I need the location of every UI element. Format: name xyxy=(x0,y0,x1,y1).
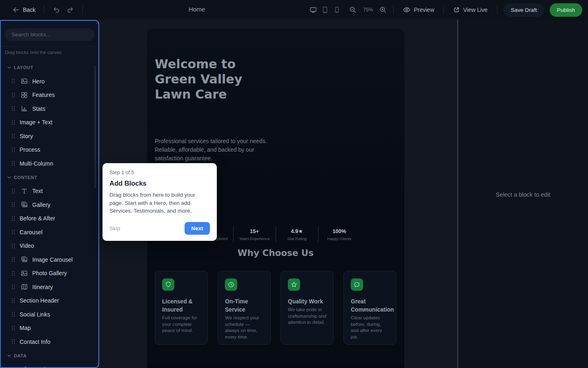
drag-handle-icon[interactable] xyxy=(11,202,15,207)
sidebar-block-features[interactable]: Features xyxy=(1,88,98,102)
toolbar-divider xyxy=(44,5,44,14)
section-header-content[interactable]: CONTENT xyxy=(1,171,98,184)
block-label: Gallery xyxy=(32,202,50,208)
onboarding-step-counter: Step 1 of 5 xyxy=(109,170,210,175)
inspector-empty-state: Select a block to edit xyxy=(458,191,588,198)
drag-handle-icon[interactable] xyxy=(11,339,15,344)
image-icon xyxy=(21,270,28,277)
drag-handle-icon[interactable] xyxy=(11,147,15,153)
zoom-level: 75% xyxy=(363,7,373,13)
drag-handle-icon[interactable] xyxy=(11,298,15,303)
block-label: Photo Gallery xyxy=(32,270,67,276)
skip-button[interactable]: Skip xyxy=(109,225,120,231)
section-header-data[interactable]: DATA xyxy=(1,349,98,363)
features-cards-row: Licensed & InsuredFull coverage for your… xyxy=(155,271,396,345)
sidebar-block-image-text[interactable]: Image + Text xyxy=(1,116,98,130)
drag-handle-icon[interactable] xyxy=(11,133,15,139)
save-draft-button[interactable]: Save Draft xyxy=(503,3,544,17)
sidebar-block-video[interactable]: Video xyxy=(1,239,98,253)
drag-handle-icon[interactable] xyxy=(11,188,15,194)
type-icon xyxy=(21,188,28,195)
sidebar-block-social-links[interactable]: Social Links xyxy=(1,307,98,321)
drag-handle-icon[interactable] xyxy=(11,92,15,98)
sidebar-block-map[interactable]: Map xyxy=(1,321,98,335)
drag-handle-icon[interactable] xyxy=(11,106,15,111)
search-blocks-input[interactable] xyxy=(5,28,94,41)
stat-label: Happy Clients xyxy=(327,236,351,241)
drag-handle-icon[interactable] xyxy=(11,161,15,166)
sidebar-block-gallery[interactable]: Gallery xyxy=(1,198,98,212)
sidebar-block-carousel[interactable]: Carousel xyxy=(1,225,98,239)
drag-handle-icon[interactable] xyxy=(11,216,15,221)
drag-handle-icon[interactable] xyxy=(11,120,15,125)
sidebar-block-text[interactable]: Text xyxy=(1,184,98,198)
drag-handle-icon[interactable] xyxy=(11,229,15,235)
sidebar-block-hero[interactable]: Hero xyxy=(1,74,98,88)
sidebar-block-multi-column[interactable]: Multi-Column xyxy=(1,157,98,171)
stat-item: 4.9★Star Rating xyxy=(276,226,318,243)
drag-handle-icon[interactable] xyxy=(11,243,15,249)
grid-icon xyxy=(21,92,28,99)
section-header-layout[interactable]: LAYOUT xyxy=(1,61,98,74)
sidebar-block-section-header[interactable]: Section Header xyxy=(1,294,98,308)
feature-card[interactable]: Great CommunicationClear updates before,… xyxy=(343,271,396,345)
stat-value: 15+ xyxy=(250,228,259,234)
feature-card-title: Great Communication xyxy=(351,297,389,314)
external-link-icon xyxy=(453,7,460,13)
sidebar-hint: Drag blocks onto the canvas xyxy=(5,50,62,55)
page-footer-block xyxy=(147,365,404,368)
sidebar-block-stats[interactable]: Stats xyxy=(1,102,98,116)
inspector-panel: Select a block to edit xyxy=(457,20,588,368)
zoom-in-icon[interactable] xyxy=(379,6,387,14)
preview-button[interactable]: Preview xyxy=(403,6,434,13)
feature-card[interactable]: Quality WorkWe take pride in craftsmansh… xyxy=(281,271,334,345)
stat-item: 15+Years Experience xyxy=(234,226,276,243)
stat-value: 4.9★ xyxy=(291,228,303,234)
drag-handle-icon[interactable] xyxy=(11,325,15,331)
sidebar-block-before-after[interactable]: Before & After xyxy=(1,212,98,226)
sidebar-block-services[interactable]: Services xyxy=(1,363,98,368)
bar-chart-icon xyxy=(21,105,28,112)
sidebar-block-process[interactable]: Process xyxy=(1,143,98,157)
sidebar-block-image-carousel[interactable]: Image Carousel xyxy=(1,253,98,267)
section-label: DATA xyxy=(14,353,27,358)
feature-card[interactable]: Licensed & InsuredFull coverage for your… xyxy=(155,271,208,345)
toolbar-divider xyxy=(443,5,444,14)
publish-button[interactable]: Publish xyxy=(550,3,582,17)
drag-handle-icon[interactable] xyxy=(11,284,15,289)
block-label: Carousel xyxy=(20,229,42,236)
sidebar-block-photo-gallery[interactable]: Photo Gallery xyxy=(1,267,98,280)
drag-handle-icon[interactable] xyxy=(11,257,15,262)
back-button[interactable]: Back xyxy=(12,6,36,13)
chevron-down-icon xyxy=(7,66,11,69)
zoom-out-icon[interactable] xyxy=(349,6,357,14)
onboarding-popup: Step 1 of 5 Add Blocks Drag blocks from … xyxy=(102,163,217,241)
block-label: Section Header xyxy=(20,297,59,304)
block-label: Story xyxy=(20,133,33,139)
feature-card-body: We take pride in craftsmanship and atten… xyxy=(288,307,326,326)
undo-icon[interactable] xyxy=(52,6,60,14)
redo-icon[interactable] xyxy=(66,6,74,14)
block-label: Video xyxy=(20,242,34,249)
sidebar-block-contact-info[interactable]: Contact Info xyxy=(1,335,98,349)
stat-item: 100%Happy Clients xyxy=(318,226,361,243)
toolbar-divider xyxy=(82,5,83,14)
why-choose-us-title: Why Choose Us xyxy=(147,248,404,258)
tablet-viewport-icon[interactable] xyxy=(321,6,329,14)
sidebar-block-story[interactable]: Story xyxy=(1,129,98,143)
drag-handle-icon[interactable] xyxy=(11,312,15,317)
sidebar-scrollbar[interactable] xyxy=(94,66,96,188)
feature-card-body: Clear updates before, during, and after … xyxy=(351,315,389,340)
desktop-viewport-icon[interactable] xyxy=(309,6,317,14)
sidebar-block-itinerary[interactable]: Itinerary xyxy=(1,280,98,294)
view-live-button[interactable]: View Live xyxy=(453,7,488,13)
blocks-list: LAYOUTHeroFeaturesStatsImage + TextStory… xyxy=(1,61,98,368)
mobile-viewport-icon[interactable] xyxy=(333,6,341,14)
next-button[interactable]: Next xyxy=(185,222,210,235)
drag-handle-icon[interactable] xyxy=(11,271,15,276)
chevron-down-icon xyxy=(7,354,11,357)
stat-label: Star Rating xyxy=(287,236,307,241)
feature-card[interactable]: On-Time ServiceWe respect your schedule … xyxy=(218,271,271,345)
hero-subtitle: Professional services tailored to your n… xyxy=(155,137,275,163)
drag-handle-icon[interactable] xyxy=(11,79,15,84)
